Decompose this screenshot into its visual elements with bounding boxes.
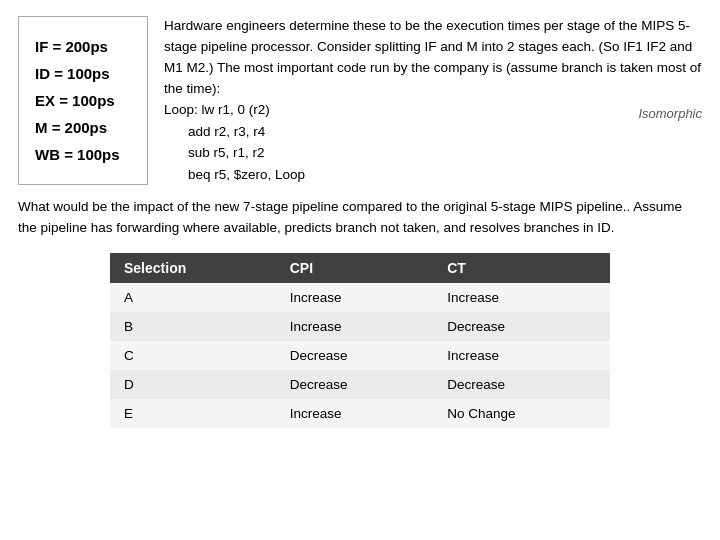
table-row: EIncreaseNo Change bbox=[110, 399, 610, 428]
col-header-ct: CT bbox=[433, 253, 610, 283]
stage-line-2: ID = 100ps bbox=[35, 60, 131, 87]
description-paragraph: Hardware engineers determine these to be… bbox=[164, 18, 701, 96]
cell-selection: E bbox=[110, 399, 276, 428]
stage-box: IF = 200ps ID = 100ps EX = 100ps M = 200… bbox=[18, 16, 148, 185]
col-header-selection: Selection bbox=[110, 253, 276, 283]
code-line-1: add r2, r3, r4 bbox=[188, 121, 598, 143]
cell-selection: B bbox=[110, 312, 276, 341]
cell-ct: No Change bbox=[433, 399, 610, 428]
loop-label: Loop: lw r1, 0 (r2) bbox=[164, 102, 270, 117]
cell-selection: D bbox=[110, 370, 276, 399]
stage-line-1: IF = 200ps bbox=[35, 33, 131, 60]
table-row: CDecreaseIncrease bbox=[110, 341, 610, 370]
cell-selection: C bbox=[110, 341, 276, 370]
code-line-3: beq r5, $zero, Loop bbox=[188, 164, 598, 186]
top-section: IF = 200ps ID = 100ps EX = 100ps M = 200… bbox=[18, 16, 702, 185]
isomorphic-label: Isomorphic bbox=[638, 100, 702, 124]
code-block: add r2, r3, r4 sub r5, r1, r2 beq r5, $z… bbox=[188, 121, 598, 186]
bottom-description: What would be the impact of the new 7-st… bbox=[18, 197, 702, 239]
table-header-row: Selection CPI CT bbox=[110, 253, 610, 283]
page-container: IF = 200ps ID = 100ps EX = 100ps M = 200… bbox=[0, 0, 720, 444]
cell-ct: Decrease bbox=[433, 312, 610, 341]
stage-line-3: EX = 100ps bbox=[35, 87, 131, 114]
code-line-2: sub r5, r1, r2 bbox=[188, 142, 598, 164]
cell-ct: Decrease bbox=[433, 370, 610, 399]
stage-line-5: WB = 100ps bbox=[35, 141, 131, 168]
table-wrapper: Selection CPI CT AIncreaseIncreaseBIncre… bbox=[110, 253, 610, 428]
table-row: BIncreaseDecrease bbox=[110, 312, 610, 341]
selection-table: Selection CPI CT AIncreaseIncreaseBIncre… bbox=[110, 253, 610, 428]
table-row: DDecreaseDecrease bbox=[110, 370, 610, 399]
table-row: AIncreaseIncrease bbox=[110, 283, 610, 312]
table-body: AIncreaseIncreaseBIncreaseDecreaseCDecre… bbox=[110, 283, 610, 428]
cell-ct: Increase bbox=[433, 341, 610, 370]
loop-section: Loop: lw r1, 0 (r2) add r2, r3, r4 sub r… bbox=[164, 100, 702, 186]
stage-line-4: M = 200ps bbox=[35, 114, 131, 141]
cell-cpi: Decrease bbox=[276, 370, 433, 399]
cell-cpi: Increase bbox=[276, 283, 433, 312]
col-header-cpi: CPI bbox=[276, 253, 433, 283]
right-description: Hardware engineers determine these to be… bbox=[164, 16, 702, 185]
cell-selection: A bbox=[110, 283, 276, 312]
cell-cpi: Decrease bbox=[276, 341, 433, 370]
cell-cpi: Increase bbox=[276, 312, 433, 341]
cell-cpi: Increase bbox=[276, 399, 433, 428]
cell-ct: Increase bbox=[433, 283, 610, 312]
loop-code: Loop: lw r1, 0 (r2) add r2, r3, r4 sub r… bbox=[164, 100, 598, 186]
